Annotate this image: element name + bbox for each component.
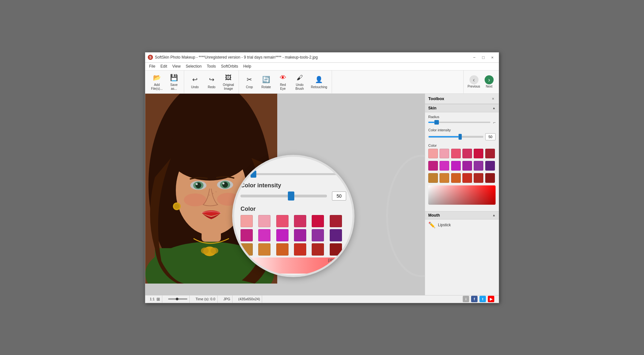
- color-swatch[interactable]: [276, 229, 289, 241]
- redo-label: Redo: [208, 85, 215, 89]
- fit-window-icon[interactable]: ⊞: [156, 297, 160, 302]
- color-swatch[interactable]: [485, 149, 495, 158]
- toolbox-header: Toolbox ×: [425, 94, 499, 104]
- menu-softorbits[interactable]: SoftOrbits: [218, 63, 241, 69]
- svg-point-15: [223, 182, 224, 184]
- minimize-button[interactable]: −: [470, 53, 478, 61]
- red-eye-button[interactable]: 👁 RedEye: [275, 72, 291, 92]
- rotate-icon: 🔄: [261, 74, 271, 85]
- color-swatch[interactable]: [294, 215, 306, 227]
- color-swatch[interactable]: [330, 229, 342, 241]
- color-swatch[interactable]: [312, 215, 324, 227]
- ci-value-display[interactable]: 50: [485, 133, 496, 140]
- radius-slider-thumb[interactable]: [434, 120, 439, 125]
- add-files-button[interactable]: 📂 AddFile(s)...: [148, 72, 165, 92]
- color-swatch[interactable]: [474, 161, 483, 171]
- toolbox-title: Toolbox: [428, 96, 444, 101]
- svg-point-7: [168, 123, 251, 181]
- color-swatch[interactable]: [451, 149, 461, 158]
- zoom-slider[interactable]: [168, 298, 187, 300]
- twitter-icon[interactable]: t: [479, 296, 486, 302]
- svg-point-23: [212, 193, 213, 194]
- youtube-icon[interactable]: ▶: [488, 296, 494, 302]
- color-swatch[interactable]: [276, 215, 289, 227]
- retouching-button[interactable]: 👤 Retouching: [308, 72, 330, 92]
- facebook-icon[interactable]: f: [471, 296, 478, 302]
- color-swatch[interactable]: [485, 161, 495, 171]
- color-swatch[interactable]: [474, 173, 483, 183]
- redo-button[interactable]: ↪ Redo: [204, 72, 220, 92]
- color-swatch[interactable]: [294, 243, 306, 256]
- color-swatch[interactable]: [462, 173, 472, 183]
- menu-edit[interactable]: Edit: [158, 63, 170, 69]
- skin-section-label: Skin: [428, 106, 436, 110]
- crop-button[interactable]: ✂ Crop: [242, 72, 258, 92]
- save-as-button[interactable]: 💾 Saveas...: [166, 72, 182, 92]
- app-icon: S: [148, 55, 153, 60]
- svg-point-24: [209, 194, 210, 195]
- color-swatch[interactable]: [462, 161, 472, 171]
- color-swatch[interactable]: [330, 243, 342, 256]
- skin-section-header[interactable]: Skin ▲: [425, 104, 499, 112]
- info-icon[interactable]: i: [463, 296, 469, 302]
- menu-help[interactable]: Help: [241, 63, 254, 69]
- canvas-area[interactable]: Radius ⌐ Color intensity: [145, 94, 425, 295]
- color-picker-gradient[interactable]: [428, 185, 496, 205]
- menu-tools[interactable]: Tools: [204, 63, 218, 69]
- undo-brush-button[interactable]: 🖌 UndoBrush: [292, 72, 308, 92]
- color-swatch[interactable]: [276, 243, 289, 256]
- color-swatch[interactable]: [330, 215, 342, 227]
- color-swatch[interactable]: [428, 149, 438, 158]
- color-swatch[interactable]: [440, 149, 449, 158]
- color-swatch[interactable]: [294, 229, 306, 241]
- zoom-slider-thumb: [176, 298, 178, 300]
- color-intensity-slider-row: 50: [428, 133, 496, 140]
- close-button[interactable]: ×: [488, 53, 496, 61]
- toolbox-close-button[interactable]: ×: [490, 96, 496, 102]
- color-swatch[interactable]: [474, 149, 483, 158]
- zoom-label: 1:1: [150, 297, 155, 301]
- nav-area: ‹ Previous › Next: [466, 72, 496, 92]
- toolbar-group-tools: ✂ Crop 🔄 Rotate 👁 RedEye 🖌 UndoBrush 👤 R…: [240, 70, 332, 93]
- original-image-button[interactable]: 🖼 OriginalImage: [220, 72, 236, 92]
- radius-slider-track[interactable]: [428, 122, 490, 123]
- color-swatch[interactable]: [428, 161, 438, 171]
- color-swatch[interactable]: [440, 173, 449, 183]
- color-swatch[interactable]: [451, 161, 461, 171]
- undo-label: Undo: [191, 85, 199, 89]
- ci-slider-track[interactable]: [428, 136, 483, 138]
- magnifier-ci-value[interactable]: 50: [332, 192, 346, 201]
- color-swatch[interactable]: [485, 173, 495, 183]
- undo-button[interactable]: ↩ Undo: [187, 72, 203, 92]
- toolbox-panel: Toolbox × Skin ▲ Radius ⌐ Co: [425, 94, 499, 295]
- undo-icon: ↩: [190, 74, 200, 85]
- color-swatch[interactable]: [440, 161, 449, 171]
- toolbar-group-file: 📂 AddFile(s)... 💾 Saveas...: [147, 70, 184, 93]
- color-intensity-label: Color intensity: [428, 128, 496, 132]
- menu-view[interactable]: View: [170, 63, 183, 69]
- ci-slider-thumb[interactable]: [459, 134, 462, 140]
- color-swatch[interactable]: [462, 149, 472, 158]
- zoom-slider-section: [166, 295, 190, 303]
- menu-file[interactable]: File: [147, 63, 158, 69]
- maximize-button[interactable]: □: [479, 53, 487, 61]
- previous-button[interactable]: ‹ Previous: [466, 74, 482, 89]
- mouth-section-header[interactable]: Mouth ▲: [425, 211, 499, 220]
- next-button[interactable]: › Next: [483, 74, 496, 89]
- format-label: JPG: [223, 297, 230, 301]
- magnifier-ci-thumb: [288, 192, 294, 201]
- next-arrow-icon: ›: [485, 75, 494, 84]
- color-swatch[interactable]: [312, 243, 324, 256]
- color-swatch[interactable]: [451, 173, 461, 183]
- color-swatch[interactable]: [428, 173, 438, 183]
- photo-canvas[interactable]: [145, 94, 277, 284]
- add-files-label: AddFile(s)...: [151, 83, 163, 91]
- menu-selection[interactable]: Selection: [183, 63, 204, 69]
- svg-point-25: [216, 191, 217, 192]
- color-swatch[interactable]: [312, 229, 324, 241]
- format-section: JPG: [222, 295, 232, 303]
- red-eye-label: RedEye: [280, 83, 286, 91]
- next-label: Next: [486, 85, 493, 88]
- rotate-button[interactable]: 🔄 Rotate: [258, 72, 274, 92]
- mouth-section-label: Mouth: [428, 213, 440, 218]
